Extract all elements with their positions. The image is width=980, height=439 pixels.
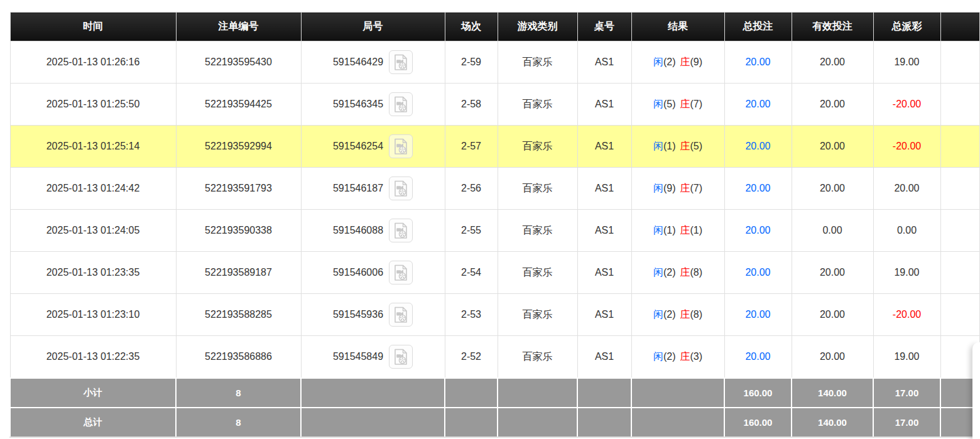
table-row[interactable]: 2025-01-13 01:23:35 522193589187 5915460… xyxy=(10,252,979,294)
bet-records-page: 时间 注单编号 局号 场次 游戏类别 桌号 结果 总投注 有效投注 总派彩 20… xyxy=(0,0,980,439)
payout-cell: -20.00 xyxy=(873,84,940,126)
round-number: 591546006 xyxy=(333,267,383,278)
table-row[interactable]: 2025-01-13 01:24:05 522193590338 5915460… xyxy=(10,210,979,252)
game-type-cell: 百家乐 xyxy=(498,41,577,84)
game-type-cell: 百家乐 xyxy=(498,210,577,252)
table-number-cell: AS1 xyxy=(577,84,631,126)
game-type-cell: 百家乐 xyxy=(498,126,577,168)
video-replay-button[interactable] xyxy=(389,92,413,116)
bet-number-cell: 522193594425 xyxy=(176,84,301,126)
player-result-label: 闲 xyxy=(653,351,663,362)
subtotal-empty-game xyxy=(498,378,577,408)
banker-result-label: 庄 xyxy=(680,309,690,320)
bet-number-cell: 522193590338 xyxy=(176,210,301,252)
total-empty-game xyxy=(498,408,577,437)
col-header-extra xyxy=(940,13,979,41)
table-number-cell: AS1 xyxy=(577,336,631,379)
payout-cell: 20.00 xyxy=(873,168,940,210)
round-cell: 591546429 xyxy=(301,41,445,84)
subtotal-label: 小计 xyxy=(10,378,176,408)
floating-widget-cutoff[interactable] xyxy=(972,342,980,439)
total-bet-cell: 20.00 xyxy=(724,84,792,126)
video-replay-button[interactable] xyxy=(389,303,413,327)
round-cell: 591546254 xyxy=(301,126,445,168)
result-cell: 闲(2)庄(8) xyxy=(631,294,724,336)
total-label: 总计 xyxy=(10,408,176,437)
valid-bet-cell: 20.00 xyxy=(792,126,873,168)
extra-cell xyxy=(940,294,979,336)
game-type-cell: 百家乐 xyxy=(498,294,577,336)
game-type-cell: 百家乐 xyxy=(498,336,577,379)
table-row[interactable]: 2025-01-13 01:25:14 522193592994 5915462… xyxy=(10,126,979,168)
col-header-table-number: 桌号 xyxy=(577,13,631,41)
result-cell: 闲(9)庄(7) xyxy=(631,168,724,210)
table-number-cell: AS1 xyxy=(577,126,631,168)
payout-cell: -20.00 xyxy=(873,294,940,336)
video-file-icon xyxy=(393,96,408,113)
valid-bet-cell: 20.00 xyxy=(792,41,873,84)
result-cell: 闲(2)庄(3) xyxy=(631,336,724,379)
subtotal-payout: 17.00 xyxy=(873,378,940,408)
total-valid-bet: 140.00 xyxy=(792,408,873,437)
video-replay-button[interactable] xyxy=(389,176,413,200)
video-replay-button[interactable] xyxy=(389,345,413,369)
total-bet-cell: 20.00 xyxy=(724,126,792,168)
video-replay-button[interactable] xyxy=(389,219,413,242)
video-file-icon xyxy=(393,306,408,323)
result-cell: 闲(5)庄(7) xyxy=(631,84,724,126)
round-cell: 591545936 xyxy=(301,294,445,336)
banker-result-label: 庄 xyxy=(680,225,690,236)
extra-cell xyxy=(940,210,979,252)
col-header-bet-number: 注单编号 xyxy=(176,13,301,41)
valid-bet-cell: 20.00 xyxy=(792,294,873,336)
video-replay-button[interactable] xyxy=(389,261,413,285)
bet-number-cell: 522193589187 xyxy=(176,252,301,294)
banker-result-points: (9) xyxy=(690,57,703,67)
extra-cell xyxy=(940,126,979,168)
video-file-icon xyxy=(393,264,408,281)
round-number: 591545849 xyxy=(333,351,383,362)
banker-result-label: 庄 xyxy=(680,267,690,278)
total-empty-result xyxy=(631,408,724,437)
valid-bet-cell: 20.00 xyxy=(792,252,873,294)
time-cell: 2025-01-13 01:23:10 xyxy=(10,294,176,336)
total-bet-cell: 20.00 xyxy=(724,210,792,252)
player-result-points: (2) xyxy=(663,57,676,67)
video-file-icon xyxy=(393,180,408,197)
col-header-valid-bet: 有效投注 xyxy=(792,13,873,41)
total-empty-round xyxy=(301,408,445,437)
time-cell: 2025-01-13 01:25:50 xyxy=(10,84,176,126)
col-header-total-bet: 总投注 xyxy=(724,13,792,41)
col-header-payout: 总派彩 xyxy=(873,13,940,41)
player-result-points: (2) xyxy=(663,267,676,278)
game-type-cell: 百家乐 xyxy=(498,84,577,126)
result-cell: 闲(1)庄(1) xyxy=(631,210,724,252)
banker-result-points: (8) xyxy=(690,267,703,278)
game-type-cell: 百家乐 xyxy=(498,168,577,210)
table-row[interactable]: 2025-01-13 01:25:50 522193594425 5915463… xyxy=(10,84,979,126)
banker-result-points: (5) xyxy=(690,141,703,151)
extra-cell xyxy=(940,252,979,294)
bet-records-table: 时间 注单编号 局号 场次 游戏类别 桌号 结果 总投注 有效投注 总派彩 20… xyxy=(9,12,980,438)
table-header-row: 时间 注单编号 局号 场次 游戏类别 桌号 结果 总投注 有效投注 总派彩 xyxy=(10,13,979,41)
col-header-time: 时间 xyxy=(10,13,176,41)
video-file-icon xyxy=(393,54,408,71)
total-bet-cell: 20.00 xyxy=(724,252,792,294)
bet-number-cell: 522193586886 xyxy=(176,336,301,379)
video-replay-button[interactable] xyxy=(389,50,413,74)
table-row[interactable]: 2025-01-13 01:22:35 522193586886 5915458… xyxy=(10,336,979,379)
session-cell: 2-58 xyxy=(445,84,498,126)
result-cell: 闲(2)庄(8) xyxy=(631,252,724,294)
table-row[interactable]: 2025-01-13 01:26:16 522193595430 5915464… xyxy=(10,41,979,84)
table-row[interactable]: 2025-01-13 01:24:42 522193591793 5915461… xyxy=(10,168,979,210)
player-result-points: (2) xyxy=(663,309,676,320)
time-cell: 2025-01-13 01:26:16 xyxy=(10,41,176,84)
result-cell: 闲(1)庄(5) xyxy=(631,126,724,168)
player-result-points: (5) xyxy=(663,99,676,109)
extra-cell xyxy=(940,41,979,84)
payout-cell: 19.00 xyxy=(873,336,940,379)
table-row[interactable]: 2025-01-13 01:23:10 522193588285 5915459… xyxy=(10,294,979,336)
subtotal-valid-bet: 140.00 xyxy=(792,378,873,408)
video-replay-button[interactable] xyxy=(389,134,413,158)
player-result-label: 闲 xyxy=(653,57,663,67)
